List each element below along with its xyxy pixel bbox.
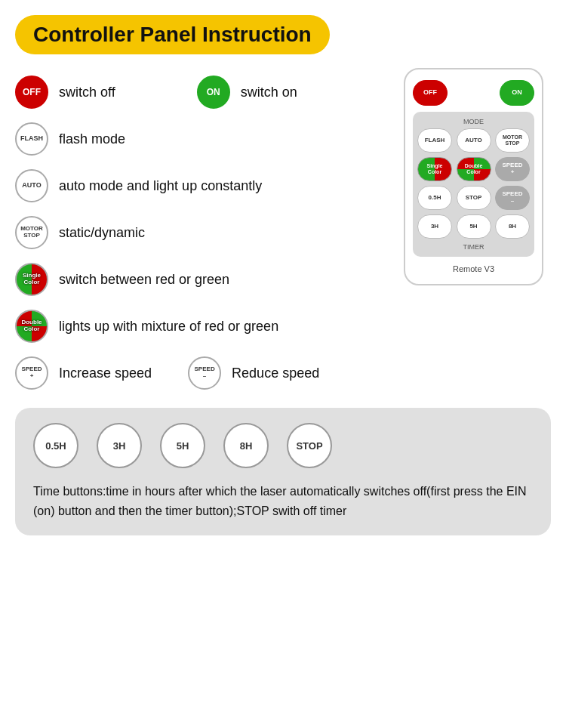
button-double-color[interactable]: DoubleColor — [15, 310, 48, 343]
remote-button-on[interactable]: ON — [500, 80, 534, 106]
remote-top-row: OFF ON — [413, 80, 534, 106]
timer-button-3h[interactable]: 3H — [97, 423, 142, 468]
timer-button-5h[interactable]: 5H — [160, 423, 205, 468]
button-speed-plus[interactable]: SPEED+ — [15, 356, 48, 390]
instruction-row-single-color: SingleColor switch between red or green — [15, 263, 389, 296]
button-single-color[interactable]: SingleColor — [15, 263, 48, 296]
text-speed-plus: Increase speed — [59, 366, 152, 381]
timer-button-8h[interactable]: 8H — [223, 423, 269, 468]
remote-button-3h[interactable]: 3H — [417, 214, 452, 239]
remote-button-speed-minus[interactable]: SPEED– — [495, 186, 530, 210]
button-off[interactable]: OFF — [15, 76, 48, 109]
instruction-row-auto: AUTO auto mode and light up constantly — [15, 169, 389, 202]
remote-button-flash[interactable]: FLASH — [417, 128, 452, 153]
timer-button-05h[interactable]: 0.5H — [33, 423, 78, 468]
timer-description: Time buttons:time in hours after which t… — [33, 482, 533, 520]
remote-button-stop[interactable]: STOP — [457, 186, 491, 210]
instruction-row-flash: FLASH flash mode — [15, 122, 389, 156]
text-double-color: lights up with mixture of red or green — [59, 319, 278, 335]
instruction-row-double-color: DoubleColor lights up with mixture of re… — [15, 310, 389, 343]
remote-row-mode: FLASH AUTO MOTORSTOP — [417, 128, 530, 153]
instruction-row-off-on: OFF switch off ON switch on — [15, 76, 389, 109]
page-title: Controller Panel Instruction — [33, 23, 312, 47]
remote-control: OFF ON MODE FLASH AUTO MOTORSTOP SingleC… — [404, 68, 543, 285]
button-auto[interactable]: AUTO — [15, 169, 48, 202]
text-off: switch off — [59, 85, 115, 100]
button-on[interactable]: ON — [197, 76, 230, 109]
remote-row-timer1: 0.5H STOP SPEED– — [417, 186, 530, 210]
remote-button-5h[interactable]: 5H — [457, 214, 491, 239]
remote-button-double-color[interactable]: DoubleColor — [457, 157, 491, 181]
remote-button-auto[interactable]: AUTO — [457, 128, 491, 153]
text-on: switch on — [241, 85, 297, 100]
main-content: OFF switch off ON switch on FLASH flash … — [15, 76, 551, 390]
remote-button-8h[interactable]: 8H — [495, 214, 530, 239]
remote-row-color-speed: SingleColor DoubleColor SPEED+ — [417, 157, 530, 181]
instruction-row-speed: SPEED+ Increase speed SPEED– Reduce spee… — [15, 356, 389, 390]
timer-buttons-row: 0.5H 3H 5H 8H STOP — [33, 423, 533, 468]
remote-button-motor-stop[interactable]: MOTORSTOP — [495, 128, 530, 153]
remote-row-timer2: 3H 5H 8H — [417, 214, 530, 239]
instruction-row-motor-stop: MOTORSTOP static/dynamic — [15, 216, 389, 249]
remote-container: OFF ON MODE FLASH AUTO MOTORSTOP SingleC… — [404, 68, 551, 390]
remote-button-off[interactable]: OFF — [413, 80, 448, 106]
text-motor-stop: static/dynamic — [59, 225, 145, 241]
timer-button-stop[interactable]: STOP — [287, 423, 332, 468]
remote-button-speed-plus[interactable]: SPEED+ — [495, 157, 530, 181]
remote-model-label: Remote V3 — [413, 264, 534, 273]
remote-button-single-color[interactable]: SingleColor — [417, 157, 452, 181]
text-flash: flash mode — [59, 131, 125, 147]
button-motor-stop[interactable]: MOTORSTOP — [15, 216, 48, 249]
remote-grid: MODE FLASH AUTO MOTORSTOP SingleColor Do… — [413, 112, 534, 257]
text-single-color: switch between red or green — [59, 272, 229, 288]
button-flash[interactable]: FLASH — [15, 122, 48, 156]
text-speed-minus: Reduce speed — [232, 366, 319, 381]
remote-mode-label: MODE — [417, 118, 530, 125]
remote-button-05h[interactable]: 0.5H — [417, 186, 452, 210]
remote-timer-label: TIMER — [417, 243, 530, 251]
button-speed-minus[interactable]: SPEED– — [188, 356, 221, 390]
instructions-list: OFF switch off ON switch on FLASH flash … — [15, 76, 389, 390]
title-badge: Controller Panel Instruction — [15, 15, 330, 54]
bottom-box: 0.5H 3H 5H 8H STOP Time buttons:time in … — [15, 408, 551, 535]
text-auto: auto mode and light up constantly — [59, 178, 262, 194]
